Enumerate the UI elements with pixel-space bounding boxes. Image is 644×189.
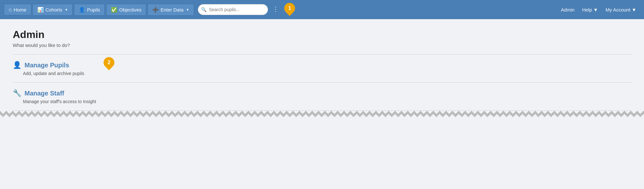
- admin-button[interactable]: Admin: [557, 4, 578, 15]
- manage-pupils-label: Manage Pupils: [25, 62, 69, 69]
- manage-staff-label: Manage Staff: [25, 90, 64, 97]
- page-title: Admin: [13, 29, 631, 41]
- help-button[interactable]: Help ▼: [578, 4, 602, 15]
- objectives-button[interactable]: ✅ Objectives: [106, 4, 146, 16]
- zigzag-border: [0, 111, 644, 117]
- cohorts-button[interactable]: 📊 Cohorts ▼: [33, 4, 73, 16]
- manage-pupils-section: 👤 Manage Pupils Add, update and archive …: [13, 54, 631, 82]
- more-options-icon[interactable]: ⋮: [271, 5, 281, 12]
- cohorts-icon: 📊: [37, 7, 44, 13]
- manage-staff-section: 🔧 Manage Staff Manage your staff's acces…: [13, 82, 631, 111]
- badge-2: 2: [101, 55, 117, 70]
- search-icon: 🔍: [201, 7, 206, 12]
- annotation-badge-2: 2: [104, 57, 114, 68]
- nav-right: Admin Help ▼ My Account ▼: [557, 4, 640, 15]
- badge-1[interactable]: 1: [282, 1, 297, 16]
- main-content: Admin What would you like to do? 👤 Manag…: [0, 19, 644, 111]
- help-caret-icon: ▼: [593, 7, 598, 12]
- search-input[interactable]: [198, 4, 268, 15]
- home-icon: ⌂: [9, 7, 12, 12]
- home-button[interactable]: ⌂ Home: [4, 4, 31, 15]
- navbar: ⌂ Home 📊 Cohorts ▼ 👤 Pupils ✅ Objectives…: [0, 0, 644, 19]
- enter-data-icon: ➕: [152, 7, 159, 13]
- enter-data-button[interactable]: ➕ Enter Data ▼: [148, 4, 194, 16]
- manage-pupils-icon: 👤: [13, 61, 21, 69]
- objectives-icon: ✅: [111, 7, 117, 13]
- manage-staff-description: Manage your staff's access to Insight: [23, 99, 631, 104]
- enter-data-caret-icon: ▼: [186, 8, 189, 11]
- manage-staff-icon: 🔧: [13, 89, 21, 97]
- cohorts-caret-icon: ▼: [65, 8, 68, 11]
- manage-staff-link[interactable]: 🔧 Manage Staff: [13, 89, 631, 97]
- page-subtitle: What would you like to do?: [13, 42, 631, 48]
- my-account-button[interactable]: My Account ▼: [602, 4, 640, 15]
- notification-area: ⋮ 1: [271, 4, 293, 15]
- manage-pupils-description: Add, update and archive pupils: [23, 71, 631, 76]
- my-account-caret-icon: ▼: [632, 7, 636, 12]
- search-wrap: 🔍: [198, 4, 268, 15]
- pupils-icon: 👤: [79, 7, 85, 13]
- pupils-button[interactable]: 👤 Pupils: [74, 4, 105, 16]
